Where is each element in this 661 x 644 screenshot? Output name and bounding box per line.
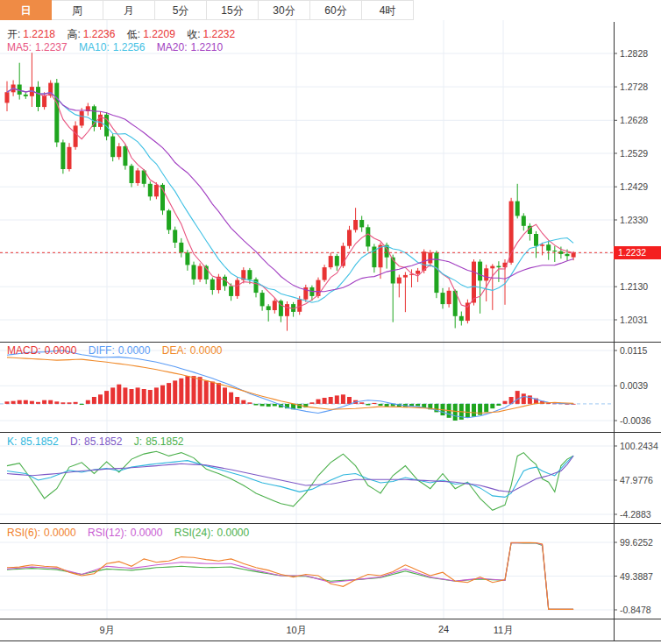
y-axis-tick-label: 99.6252 [620, 537, 653, 548]
macd-value: 0.0000 [45, 344, 77, 357]
d-label: D: [70, 435, 81, 448]
rsi6-label: RSI(6): [7, 527, 40, 539]
y-axis-tick-label: 1.2429 [620, 181, 648, 192]
y-axis-tick-label: 1.2031 [620, 315, 648, 325]
kdj-d-line [7, 456, 573, 492]
tab-60min[interactable]: 60分 [310, 0, 362, 20]
tab-month[interactable]: 月 [103, 0, 155, 20]
diff-value: 0.0000 [118, 344, 151, 357]
kdj-info-row: K:85.1852 D:85.1852 J:85.1852 [7, 435, 193, 448]
diff-label: DIFF: [89, 344, 115, 357]
k-value: 85.1852 [20, 435, 58, 448]
ma10-label: MA10: [79, 41, 110, 53]
trading-chart-page: { "tab_bar": { "tabs": [ {"label": "日", … [0, 0, 661, 644]
open-value: 1.2218 [23, 28, 55, 40]
y-axis-tick-label: -0.8478 [620, 605, 651, 615]
y-axis-tick-label: 1.2330 [620, 215, 648, 225]
high-value: 1.2236 [83, 28, 116, 40]
k-label: K: [7, 435, 17, 448]
y-axis-tick-label: 100.2434 [620, 441, 658, 451]
j-value: 85.1852 [146, 435, 183, 448]
dea-value: 0.0000 [190, 344, 223, 357]
kdj-k-line [7, 456, 573, 497]
y-axis-tick-label: -0.0036 [620, 415, 651, 426]
ma5-value: 1.2237 [35, 41, 68, 53]
timeframe-tab-bar: 日周月5分15分30分60分4时 [0, 0, 414, 20]
rsi-info-row: RSI(6):0.0000 RSI(12):0.0000 RSI(24):0.0… [7, 527, 258, 539]
low-label: 低: [127, 28, 140, 40]
ma-info-row: MA5:1.2237 MA10:1.2256 MA20:1.2210 [7, 41, 231, 53]
y-axis-tick-label: 49.3887 [620, 571, 653, 582]
tab-15min[interactable]: 15分 [207, 0, 259, 20]
y-axis-tick-label: 1.2828 [620, 48, 648, 59]
ma20-value: 1.2210 [190, 41, 223, 53]
y-axis-tick-label: 47.9776 [620, 475, 653, 485]
dea-label: DEA: [162, 344, 187, 357]
x-axis-label: 11月 [494, 624, 513, 637]
tab-week[interactable]: 周 [52, 0, 103, 20]
rsi24-value: 0.0000 [217, 527, 249, 539]
d-value: 85.1852 [84, 435, 122, 448]
ma5-label: MA5: [7, 41, 32, 53]
close-label: 收: [187, 28, 200, 40]
macd-histogram [5, 376, 576, 421]
kdj-j-line [7, 451, 573, 510]
rsi24-label: RSI(24): [174, 527, 214, 539]
high-label: 高: [67, 28, 80, 40]
y-axis-tick-label: 1.2130 [620, 281, 648, 292]
macd-label: MACD: [7, 344, 41, 357]
ma10-value: 1.2256 [113, 41, 146, 53]
x-axis-label: 10月 [286, 624, 306, 637]
tab-5min[interactable]: 5分 [155, 0, 207, 20]
y-axis-tick-label: 1.2728 [620, 81, 648, 92]
rsi12-value: 0.0000 [131, 527, 163, 539]
rsi12-label: RSI(12): [88, 527, 127, 539]
x-axis-label: 9月 [99, 624, 114, 637]
last-price-tag: 1.2232 [614, 246, 661, 259]
candlestick-series [5, 53, 576, 330]
y-axis-tick-label: 0.0115 [620, 345, 647, 356]
close-value: 1.2232 [203, 28, 236, 40]
tab-day[interactable]: 日 [0, 0, 52, 20]
ma20-label: MA20: [157, 41, 188, 53]
low-value: 1.2209 [143, 28, 175, 40]
y-axis-tick-label: 1.2628 [620, 115, 648, 125]
j-label: J: [134, 435, 142, 448]
chart-canvas [0, 0, 661, 644]
rsi6-value: 0.0000 [44, 527, 76, 539]
macd-info-row: MACD:0.0000 DIFF:0.0000 DEA:0.0000 [7, 344, 231, 357]
ohlc-info-row: 开:1.2218 高:1.2236 低:1.2209 收:1.2232 [7, 27, 244, 42]
y-axis-tick-label: 1.2529 [620, 148, 648, 159]
open-label: 开: [7, 28, 20, 40]
x-axis-label: 24 [438, 624, 449, 634]
y-axis-tick-label: 0.0039 [620, 380, 648, 391]
y-axis-tick-label: -4.2883 [620, 509, 651, 520]
tab-4hour[interactable]: 4时 [362, 0, 414, 20]
tab-30min[interactable]: 30分 [259, 0, 310, 20]
